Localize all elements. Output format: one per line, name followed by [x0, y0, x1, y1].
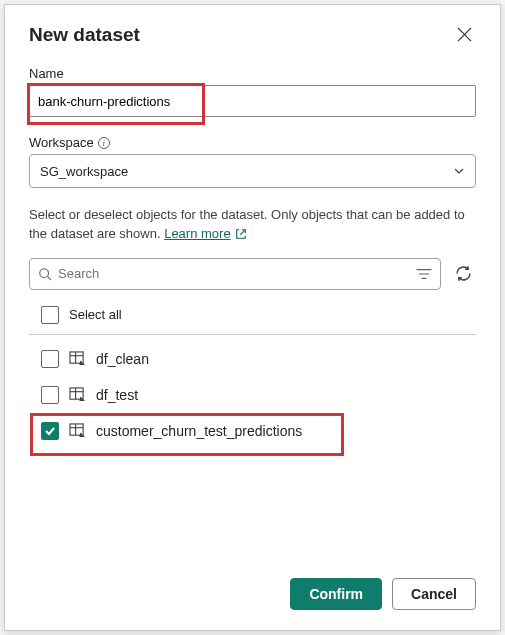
name-label: Name	[29, 66, 476, 81]
select-all-label: Select all	[69, 307, 122, 322]
refresh-button[interactable]	[451, 261, 476, 286]
external-link-icon	[235, 228, 247, 240]
close-icon	[457, 27, 472, 42]
table-icon	[69, 387, 86, 402]
dialog-title: New dataset	[29, 24, 140, 46]
chevron-down-icon	[453, 165, 465, 177]
search-icon	[38, 267, 52, 281]
workspace-value: SG_workspace	[40, 164, 128, 179]
info-icon[interactable]: i	[98, 137, 110, 149]
list-item[interactable]: df_test	[29, 377, 476, 413]
name-input[interactable]	[29, 85, 476, 117]
search-row	[29, 258, 476, 290]
learn-more-text: Learn more	[164, 225, 230, 244]
learn-more-link[interactable]: Learn more	[164, 225, 246, 244]
dialog-footer: Confirm Cancel	[29, 566, 476, 610]
svg-marker-11	[79, 361, 85, 366]
dialog-header: New dataset	[29, 23, 476, 46]
list-item-label: df_test	[96, 387, 138, 403]
checkbox[interactable]	[41, 350, 59, 368]
close-button[interactable]	[453, 23, 476, 46]
filter-icon[interactable]	[416, 267, 432, 281]
list-item-label: customer_churn_test_predictions	[96, 423, 302, 439]
svg-line-4	[48, 276, 52, 280]
svg-line-2	[240, 230, 245, 235]
object-list: df_clean df_test customer_churn_test_pre…	[29, 335, 476, 449]
refresh-icon	[455, 265, 472, 282]
new-dataset-dialog: New dataset Name Workspace i SG_workspac…	[4, 4, 501, 631]
checkbox[interactable]	[41, 422, 59, 440]
help-text: Select or deselect objects for the datas…	[29, 206, 476, 244]
table-icon	[69, 351, 86, 366]
search-box[interactable]	[29, 258, 441, 290]
svg-marker-19	[79, 433, 85, 438]
table-icon	[69, 423, 86, 438]
name-field-wrapper	[29, 85, 476, 135]
list-item[interactable]: customer_churn_test_predictions	[29, 413, 476, 449]
workspace-label-text: Workspace	[29, 135, 94, 150]
svg-marker-15	[79, 397, 85, 402]
svg-point-3	[40, 268, 49, 277]
confirm-button[interactable]: Confirm	[290, 578, 382, 610]
search-input[interactable]	[58, 266, 410, 281]
select-all-checkbox[interactable]	[41, 306, 59, 324]
workspace-label: Workspace i	[29, 135, 476, 150]
help-text-body: Select or deselect objects for the datas…	[29, 207, 465, 241]
list-item-label: df_clean	[96, 351, 149, 367]
list-item[interactable]: df_clean	[29, 341, 476, 377]
workspace-select[interactable]: SG_workspace	[29, 154, 476, 188]
cancel-button[interactable]: Cancel	[392, 578, 476, 610]
checkbox[interactable]	[41, 386, 59, 404]
select-all-row: Select all	[29, 300, 476, 335]
